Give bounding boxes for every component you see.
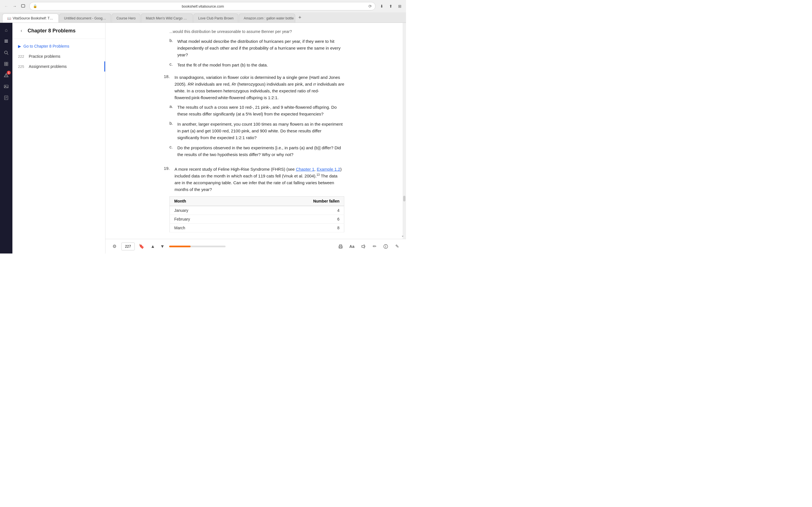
toc-content: ▶ Go to Chapter 8 Problems 222 Practice … [12,39,105,253]
falling-cats-table: Month Number fallen January 4 [169,196,344,232]
problem-19: 19. A more recent study of Feline High-R… [164,166,344,232]
cell-count-feb: 6 [242,215,344,224]
toc-back-button[interactable]: ‹ [18,27,25,34]
problem-18-num: 18. [164,74,172,101]
toc-item-assignment[interactable]: 225 Assignment problems [12,61,105,71]
browser-chrome: ← → 🔒 bookshelf.vitalsource.com ⟳ ⬇ ⬆ ⊞ … [0,0,406,23]
new-tab-button[interactable]: + [296,13,304,21]
scrollbar[interactable]: ⌄ [403,23,406,239]
example12-link[interactable]: Example 1.2 [317,167,340,172]
toc-title: Chapter 8 Problems [28,28,75,34]
tab-favicon-1: 📖 [7,16,11,20]
svg-point-12 [6,76,6,76]
page-down-button[interactable]: ▼ [158,242,167,251]
forward-button[interactable]: → [11,2,18,10]
tab-googledocs[interactable]: Untitled document - Google Docs [59,13,111,22]
assignment-page: 225 [18,64,27,69]
tab-amazon2[interactable]: Amazon.com : gallon water bottle [239,13,295,22]
table-container: Month Number fallen January 4 [164,196,344,232]
prob-18a-label: a. [169,104,175,117]
font-button[interactable]: Aa [347,242,356,251]
tab-vitalsource[interactable]: 📖 VitalSource Bookshelf: The Analysis o.… [2,13,59,22]
page-number-input[interactable] [121,242,135,250]
notes-button[interactable] [1,93,11,103]
download-icon[interactable]: ⬇ [378,2,386,10]
tab-overview-button[interactable] [19,2,27,10]
progress-bar [169,245,225,247]
goto-icon: ▶ [18,44,21,48]
main-content: ...would this distribution be unreasonab… [105,23,406,253]
svg-point-4 [4,51,7,54]
nav-arrows: ▲ ▼ [148,242,167,251]
problem-19-num: 19. [164,166,172,193]
col-month: Month [170,196,242,206]
prob-18a: a. The results of such a cross were 10 r… [164,104,344,117]
back-button[interactable]: ← [2,2,10,10]
tab-title-3: Course Hero [116,16,136,20]
scrollbar-thumb[interactable] [403,196,405,202]
svg-rect-9 [6,64,8,66]
toc-item-goto[interactable]: ▶ Go to Chapter 8 Problems [12,41,105,51]
scroll-down-button[interactable]: ⌄ [399,232,406,239]
address-bar[interactable]: 🔒 bookshelf.vitalsource.com ⟳ [29,2,375,10]
problem-19-text: A more recent study of Feline High-Rise … [174,166,344,193]
highlight-button[interactable]: ✏ [370,242,379,251]
reload-icon[interactable]: ⟳ [368,4,372,8]
cell-month-jan: January [170,206,242,215]
lock-icon: 🔒 [33,4,37,8]
tab-title-5: Love Club Pants Brown [198,16,234,20]
tab-title-2: Untitled document - Google Docs [64,16,106,20]
table-row-february: February 6 [170,215,344,224]
truncated-text: ...would this distribution be unreasonab… [169,29,292,35]
svg-rect-0 [21,4,25,7]
goto-label: Go to Chapter 8 Problems [23,44,69,48]
grid-button[interactable] [1,59,11,69]
progress-bar-fill [169,245,191,247]
address-text: bookshelf.vitalsource.com [39,4,367,8]
search-button[interactable] [1,48,11,58]
prob-b-label: b. [169,38,175,58]
tab-loveclub[interactable]: Love Club Pants Brown [193,13,238,22]
tab-title-6: Amazon.com : gallon water bottle [244,16,294,20]
practice-page: 222 [18,54,27,59]
bookmark-button[interactable]: 🔖 [137,242,146,251]
prob-b-text: What model would describe the distributi… [177,38,344,58]
cell-count-mar: 8 [242,224,344,232]
svg-rect-20 [340,247,342,248]
page-up-button[interactable]: ▲ [148,242,157,251]
tab-title-1: VitalSource Bookshelf: The Analysis o... [13,16,54,20]
prob-18b-text: In another, larger experiment, you count… [177,121,344,141]
content-area[interactable]: ...would this distribution be unreasonab… [105,23,403,239]
prob-18c-text: Do the proportions observed in the two e… [177,145,344,158]
toc-button[interactable] [1,36,11,47]
cell-month-mar: March [170,224,242,232]
prob-c-item: c. Test the fit of the model from part (… [164,62,344,68]
icon-sidebar: ⌂ 1 [0,23,12,253]
share-button[interactable]: ⬆ [387,2,395,10]
col-number-fallen: Number fallen [242,196,344,206]
toc-item-practice[interactable]: 222 Practice problems [12,51,105,61]
problem-18-header: 18. In snapdragons, variation in flower … [164,74,344,101]
prob-18c-label: c. [169,145,175,158]
chapter1-link[interactable]: Chapter 1 [296,167,314,172]
print-button[interactable] [336,242,345,251]
svg-point-24 [386,245,386,246]
audio-button[interactable] [359,242,368,251]
content-inner: ...would this distribution be unreasonab… [164,29,344,232]
svg-rect-6 [4,62,6,64]
prob-c-label: c. [169,62,175,68]
tab-coursehero[interactable]: Course Hero [112,13,140,22]
image-button[interactable] [1,81,11,92]
table-header-row: Month Number fallen [170,196,344,206]
tab-amazon1[interactable]: Match Men's Wild Cargo Pants at Ama... [141,13,193,22]
prob-18c: c. Do the proportions observed in the tw… [164,145,344,158]
info-button[interactable] [381,242,390,251]
prob-b-item: b. What model would describe the distrib… [164,38,344,58]
table-row-march: March 8 [170,224,344,232]
edit-button[interactable]: ✎ [393,242,402,251]
home-button[interactable]: ⌂ [1,25,11,35]
settings-button[interactable]: ⚙ [110,242,119,251]
window-button[interactable]: ⊞ [396,2,404,10]
alert-button[interactable]: 1 [1,70,11,80]
alert-badge: 1 [7,71,11,75]
